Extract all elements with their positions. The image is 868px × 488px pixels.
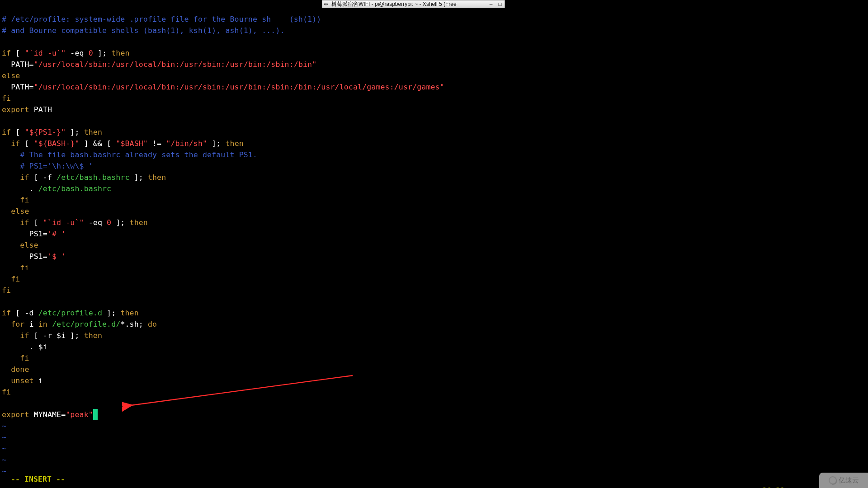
path: /etc/profile.d <box>38 309 102 317</box>
vim-cursor-position: 36,21 <box>762 485 785 488</box>
watermark-logo-icon <box>829 476 837 484</box>
watermark: 亿速云 <box>819 473 868 488</box>
terminal-editor[interactable]: # /etc/profile: system-wide .profile fil… <box>2 2 444 477</box>
string: "peak" <box>66 410 93 419</box>
string: "/usr/local/sbin:/usr/local/bin:/usr/sbi… <box>34 83 444 91</box>
code-comment: # /etc/profile: system-wide .profile fil… <box>2 15 271 23</box>
maximize-button[interactable]: □ <box>495 1 505 7</box>
watermark-text: 亿速云 <box>839 476 859 485</box>
path: /etc/bash.bashrc <box>38 184 111 193</box>
vim-status-line: -- INSERT -- 36,21 All <box>2 462 866 474</box>
minimize-button[interactable]: – <box>486 1 495 7</box>
code-comment: # PS1='\h:\w\$ ' <box>2 162 93 170</box>
keyword-else: else <box>2 71 20 80</box>
vim-mode: -- INSERT -- <box>11 475 65 483</box>
keyword-export: export <box>2 105 29 114</box>
code-comment: # The file bash.bashrc already sets the … <box>2 150 257 159</box>
code-comment: # and Bourne compatible shells (bash(1),… <box>2 26 285 35</box>
cursor <box>93 409 98 420</box>
vim-tilde: ~ <box>2 433 6 441</box>
vim-tilde: ~ <box>2 444 6 453</box>
string: "/usr/local/sbin:/usr/local/bin:/usr/sbi… <box>34 60 317 69</box>
string: "`id -u`" <box>24 49 66 57</box>
keyword-if: if <box>2 49 11 57</box>
path: /etc/bash.bashrc <box>57 173 129 182</box>
code-comment: (sh(1)) <box>271 15 321 23</box>
keyword-fi: fi <box>2 94 11 103</box>
keyword-export: export <box>2 410 29 419</box>
vim-tilde: ~ <box>2 422 6 430</box>
